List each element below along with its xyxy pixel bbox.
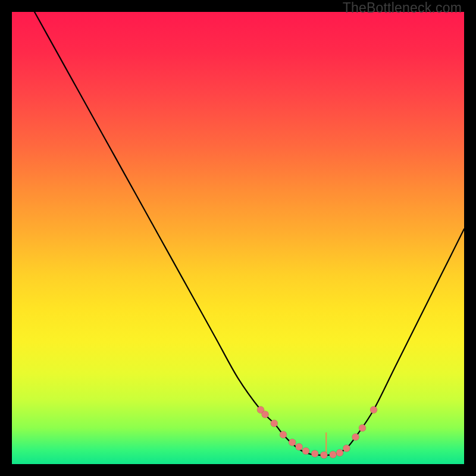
bottleneck-curve — [35, 12, 464, 455]
marker-dot — [302, 447, 309, 455]
marker-dot — [311, 450, 318, 458]
marker-dot — [271, 420, 278, 427]
marker-dot — [296, 443, 303, 450]
marker-dot — [289, 439, 296, 446]
marker-dot — [352, 433, 359, 440]
watermark-text: TheBottleneck.com — [343, 0, 462, 16]
marker-dot — [320, 452, 327, 459]
plot-area — [12, 12, 464, 464]
curve-layer — [12, 12, 464, 464]
marker-dot — [359, 424, 366, 431]
marker-dot — [370, 406, 377, 414]
marker-dot — [280, 431, 287, 439]
chart-stage: TheBottleneck.com — [0, 0, 476, 476]
marker-dot — [343, 444, 350, 452]
marker-dot — [330, 451, 337, 458]
marker-dot — [336, 449, 343, 456]
marker-dot — [262, 411, 269, 418]
